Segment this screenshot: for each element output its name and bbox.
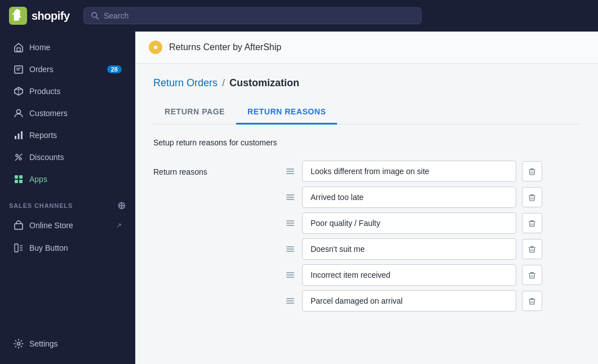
setup-text: Setup return reasons for customers — [153, 138, 580, 147]
drag-handle-icon[interactable] — [284, 244, 296, 254]
reason-row — [284, 290, 580, 312]
sidebar-item-products-label: Products — [29, 87, 122, 96]
sidebar-item-products[interactable]: Products — [5, 81, 131, 102]
trash-icon — [528, 245, 537, 254]
svg-point-10 — [17, 110, 21, 114]
svg-rect-12 — [18, 134, 20, 139]
drag-handle-icon[interactable] — [284, 192, 296, 202]
delete-reason-button[interactable] — [522, 161, 542, 181]
shopify-logo-icon — [9, 7, 27, 25]
breadcrumb-link[interactable]: Return Orders — [153, 77, 218, 89]
svg-rect-34 — [529, 196, 535, 196]
sidebar-item-reports[interactable]: Reports — [5, 125, 131, 146]
content-area: Return Orders / Customization RETURN PAG… — [135, 64, 598, 325]
svg-point-14 — [16, 154, 18, 157]
reason-input[interactable] — [302, 212, 516, 234]
sidebar-bottom: Settings — [0, 333, 135, 355]
search-input[interactable] — [104, 11, 414, 20]
svg-rect-20 — [19, 180, 23, 183]
svg-rect-11 — [15, 136, 16, 139]
sidebar-item-orders[interactable]: Orders 28 — [5, 59, 131, 80]
sidebar-item-buy-button[interactable]: Buy Button — [5, 237, 131, 259]
sidebar-item-apps[interactable]: Apps — [5, 168, 131, 190]
reason-row — [284, 264, 580, 286]
sales-channels-section: SALES CHANNELS ⊕ — [0, 190, 135, 214]
trash-icon — [528, 296, 537, 305]
breadcrumb: Return Orders / Customization — [153, 77, 580, 89]
reason-row — [284, 161, 580, 182]
sidebar-item-discounts-label: Discounts — [29, 153, 122, 162]
sidebar-item-online-store-label: Online Store — [29, 221, 110, 230]
orders-badge: 28 — [107, 65, 122, 73]
delete-reason-button[interactable] — [522, 213, 542, 233]
breadcrumb-current: Customization — [229, 77, 299, 89]
reasons-list — [284, 161, 580, 312]
return-reasons-section: Return reasons — [153, 161, 580, 312]
delete-reason-button[interactable] — [522, 187, 542, 207]
svg-rect-19 — [15, 180, 18, 183]
sidebar-item-home-label: Home — [29, 43, 122, 52]
tab-return-page[interactable]: RETURN PAGE — [153, 100, 236, 125]
sidebar-item-online-store[interactable]: Online Store ↗ — [5, 215, 131, 236]
delete-reason-button[interactable] — [522, 265, 542, 285]
sidebar-item-discounts[interactable]: Discounts — [5, 147, 131, 168]
svg-rect-50 — [529, 299, 535, 300]
apps-icon — [14, 174, 24, 184]
drag-handle-icon[interactable] — [284, 166, 296, 176]
drag-handle-icon[interactable] — [284, 270, 296, 280]
svg-point-26 — [17, 343, 20, 345]
svg-point-28 — [154, 46, 157, 49]
svg-rect-17 — [15, 175, 18, 179]
svg-rect-33 — [530, 194, 534, 196]
sidebar-item-home[interactable]: Home — [5, 37, 131, 58]
svg-rect-13 — [21, 131, 23, 139]
sidebar-item-settings[interactable]: Settings — [5, 333, 131, 354]
reason-input[interactable] — [302, 161, 516, 182]
reason-input[interactable] — [302, 290, 516, 312]
svg-rect-41 — [530, 246, 534, 247]
topbar: shopify — [0, 0, 598, 32]
buy-button-icon — [14, 243, 24, 253]
svg-rect-3 — [17, 48, 20, 51]
delete-reason-button[interactable] — [522, 291, 542, 311]
customers-icon — [14, 108, 24, 118]
svg-rect-21 — [15, 224, 23, 229]
sidebar: Home Orders 28 Products — [0, 32, 135, 364]
svg-rect-37 — [530, 220, 534, 221]
reason-row — [284, 187, 580, 208]
drag-handle-icon[interactable] — [284, 218, 296, 228]
delete-reason-button[interactable] — [522, 239, 542, 259]
tab-return-reasons[interactable]: RETURN REASONS — [236, 100, 337, 125]
products-icon — [14, 86, 24, 96]
discounts-icon — [14, 152, 24, 162]
reason-row — [284, 212, 580, 234]
reason-input[interactable] — [302, 238, 516, 260]
svg-point-15 — [19, 158, 21, 160]
reason-input[interactable] — [302, 264, 516, 286]
return-reasons-label: Return reasons — [153, 161, 266, 176]
svg-rect-46 — [529, 273, 535, 274]
reason-row — [284, 238, 580, 260]
orders-icon — [14, 64, 24, 74]
reason-input[interactable] — [302, 187, 516, 208]
tabs: RETURN PAGE RETURN REASONS — [153, 100, 580, 125]
aftership-icon — [149, 41, 162, 54]
breadcrumb-separator: / — [222, 77, 225, 89]
search-bar[interactable] — [83, 7, 422, 24]
trash-icon — [528, 270, 537, 279]
svg-rect-22 — [15, 244, 18, 252]
sidebar-item-customers[interactable]: Customers — [5, 103, 131, 124]
svg-rect-45 — [530, 272, 534, 273]
sidebar-item-settings-label: Settings — [29, 339, 58, 348]
logo-area: shopify — [9, 7, 70, 25]
app-header-title: Returns Center by AfterShip — [169, 42, 281, 52]
trash-icon — [528, 167, 537, 176]
logo-text: shopify — [32, 10, 70, 23]
sidebar-item-orders-label: Orders — [29, 65, 101, 74]
svg-rect-49 — [530, 298, 534, 299]
trash-icon — [528, 219, 537, 228]
add-sales-channel-icon[interactable]: ⊕ — [117, 199, 126, 212]
drag-handle-icon[interactable] — [284, 296, 296, 306]
sidebar-item-reports-label: Reports — [29, 131, 122, 140]
search-icon — [91, 11, 99, 20]
